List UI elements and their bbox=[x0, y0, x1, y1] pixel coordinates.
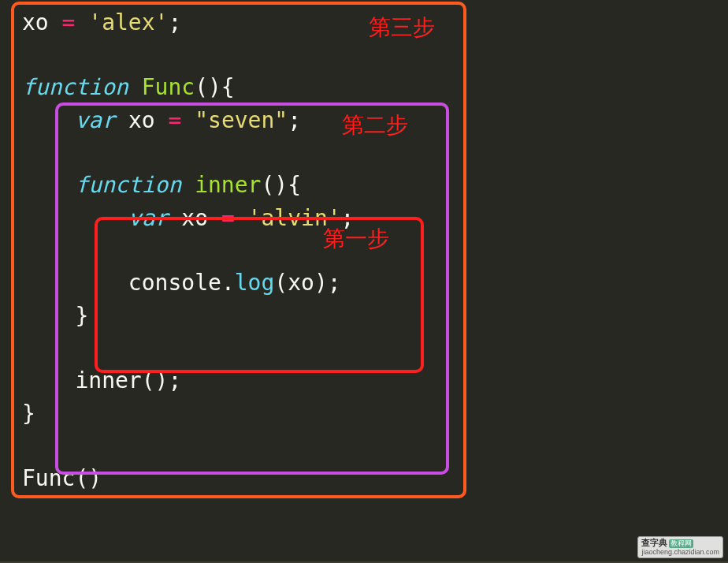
identifier: xo bbox=[288, 270, 314, 296]
identifier: console bbox=[128, 270, 221, 296]
code-line: Func() bbox=[22, 462, 728, 494]
function-call: inner(); bbox=[75, 367, 181, 393]
identifier: xo bbox=[128, 107, 169, 133]
code-line bbox=[22, 332, 728, 364]
code-line: } bbox=[22, 397, 728, 430]
watermark-site: 查字典 bbox=[641, 538, 667, 548]
operator: = bbox=[221, 205, 248, 231]
code-line: } bbox=[22, 300, 728, 332]
operator: = bbox=[168, 107, 195, 133]
step-label-1: 第一步 bbox=[323, 224, 389, 254]
watermark: 查字典 教程网 jiaocheng.chazidian.com bbox=[637, 536, 723, 558]
string-literal: 'alex' bbox=[88, 9, 168, 35]
function-name: Func bbox=[142, 74, 195, 100]
function-call: Func() bbox=[22, 465, 102, 491]
punctuation: (){ bbox=[195, 74, 235, 100]
method-call: log bbox=[235, 270, 275, 296]
punctuation: ); bbox=[314, 270, 341, 296]
punctuation: ; bbox=[168, 9, 181, 35]
code-line bbox=[22, 430, 728, 462]
watermark-tutorial: 教程网 bbox=[669, 539, 693, 548]
punctuation: ; bbox=[288, 107, 301, 133]
identifier: xo bbox=[22, 9, 62, 35]
punctuation: ( bbox=[274, 270, 288, 296]
keyword-var: var bbox=[75, 107, 115, 133]
punctuation: . bbox=[221, 270, 235, 296]
code-line bbox=[22, 39, 728, 71]
code-line bbox=[22, 136, 728, 169]
code-line: console.log(xo); bbox=[22, 267, 728, 299]
code-line: function Func(){ bbox=[22, 71, 728, 103]
punctuation: } bbox=[22, 401, 35, 427]
code-line: function inner(){ bbox=[22, 169, 728, 201]
identifier: xo bbox=[181, 205, 221, 231]
punctuation: (){ bbox=[261, 172, 301, 198]
punctuation: } bbox=[75, 303, 88, 329]
operator: = bbox=[62, 9, 89, 35]
watermark-url: jiaocheng.chazidian.com bbox=[641, 548, 719, 557]
keyword-function: function bbox=[75, 172, 181, 198]
code-line: inner(); bbox=[22, 364, 728, 397]
keyword-var: var bbox=[128, 205, 169, 231]
string-literal: "seven" bbox=[195, 107, 288, 133]
step-label-3: 第三步 bbox=[369, 13, 435, 43]
keyword-function: function bbox=[22, 74, 128, 100]
step-label-2: 第二步 bbox=[342, 110, 408, 140]
function-name: inner bbox=[195, 172, 261, 198]
